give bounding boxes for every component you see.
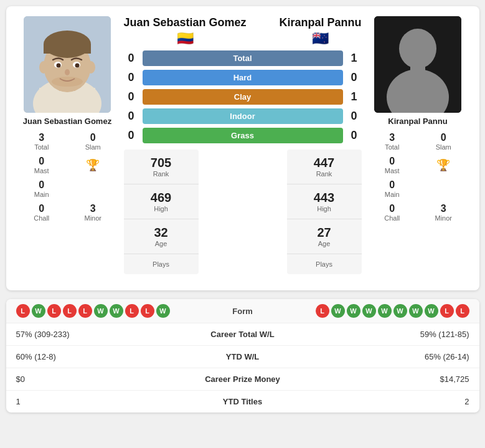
player1-prize: $0	[16, 374, 187, 384]
form-row: LWLLLWWLLW Form LWWWWWWWLL	[6, 299, 479, 323]
p1-grass-score: 0	[124, 129, 139, 142]
player2-plays-item: Plays	[287, 254, 362, 274]
p2-indoor-score: 0	[347, 110, 362, 123]
player1-slam-cell: 0 Slam	[67, 130, 119, 153]
hard-button[interactable]: Hard	[143, 70, 343, 85]
player1-high-value: 469	[129, 191, 194, 205]
player1-total-value: 3	[17, 132, 67, 143]
svg-rect-18	[410, 65, 425, 79]
player1-mast-label: Mast	[17, 167, 67, 174]
player2-name: Kiranpal Pannu	[388, 117, 447, 126]
player2-photo	[374, 16, 461, 113]
player-names-wrapper: Juan Sebastian Gomez 🇨🇴 Kiranpal Pannu 🇳…	[124, 16, 362, 47]
player1-card: Juan Sebastian Gomez 3 Total 0 Slam 0 Ma…	[16, 16, 119, 224]
form-badge-w: W	[347, 304, 360, 318]
svg-point-14	[52, 77, 83, 87]
player2-minor-value: 3	[419, 203, 468, 214]
player2-total-cell: 3 Total	[367, 130, 418, 153]
player1-chall-label: Chall	[17, 214, 67, 222]
p2-grass-score: 0	[347, 129, 362, 142]
player2-career-wl: 59% (121-85)	[299, 330, 469, 339]
player1-name-center-block: Juan Sebastian Gomez 🇨🇴	[124, 16, 247, 47]
player1-name-center: Juan Sebastian Gomez	[124, 16, 247, 29]
player2-ytd-wl: 65% (26-14)	[299, 352, 469, 361]
form-badge-l: L	[16, 304, 30, 318]
player2-total-label: Total	[368, 143, 417, 151]
player2-slam-cell: 0 Slam	[418, 130, 469, 153]
player1-stats-grid2: 0 Mast 🏆 0 Main	[16, 153, 119, 201]
form-badge-w: W	[110, 304, 123, 318]
player2-age-item: 27 Age	[287, 219, 362, 254]
player2-name-center: Kiranpal Pannu	[279, 16, 361, 29]
player1-chall-value: 0	[17, 203, 67, 214]
form-badge-w: W	[32, 304, 45, 318]
player1-plays-label: Plays	[129, 260, 194, 268]
form-badge-l: L	[47, 304, 61, 318]
player1-minor-value: 3	[68, 203, 118, 214]
player2-form-badges: LWWWWWWWLL	[280, 304, 469, 318]
player1-minor-label: Minor	[68, 214, 118, 222]
svg-point-12	[39, 61, 48, 74]
player1-career-wl: 57% (309-233)	[16, 330, 187, 339]
player1-mast-value: 0	[17, 156, 67, 167]
career-wl-label: Career Total W/L	[187, 330, 299, 339]
p1-clay-score: 0	[124, 90, 139, 103]
svg-point-9	[57, 64, 61, 68]
player2-flag: 🇳🇿	[279, 31, 361, 47]
score-rows: 0 Total 1 0 Hard 0 0 Clay 1 0 Indoor	[124, 50, 362, 147]
player2-chall-cell: 0 Chall	[367, 201, 418, 224]
form-badge-l: L	[141, 304, 154, 318]
player2-high-item: 443 High	[287, 184, 362, 219]
form-badge-w: W	[409, 304, 423, 318]
player1-high-label: High	[129, 205, 194, 212]
player1-main-cell: 0 Main	[16, 177, 68, 201]
player1-stats-grid: 3 Total 0 Slam	[16, 130, 119, 153]
form-badge-l: L	[63, 304, 77, 318]
p2-hard-score: 0	[347, 71, 362, 84]
player2-minor-cell: 3 Minor	[418, 201, 469, 224]
grass-button[interactable]: Grass	[143, 128, 343, 143]
player1-photo	[24, 16, 111, 113]
player1-face-svg	[24, 16, 111, 113]
player2-mast-cell: 0 Mast	[367, 153, 418, 177]
player2-card: Kiranpal Pannu 3 Total 0 Slam 0 Mast �	[367, 16, 469, 224]
player1-rank-label: Rank	[129, 170, 194, 178]
player2-total-value: 3	[368, 132, 417, 143]
ytd-titles-label: YTD Titles	[187, 397, 299, 406]
player2-main-cell: 0 Main	[367, 177, 418, 201]
score-row-grass: 0 Grass 0	[124, 128, 362, 143]
form-badge-w: W	[378, 304, 392, 318]
player1-chall-cell: 0 Chall	[16, 201, 68, 224]
trophy-icon-right: 🏆	[436, 158, 450, 172]
form-badge-l: L	[440, 304, 454, 318]
p1-indoor-score: 0	[124, 110, 139, 123]
player1-minor-cell: 3 Minor	[67, 201, 119, 224]
player2-center-stats: 447 Rank 443 High 27 Age Plays	[287, 150, 362, 274]
player1-rank-item: 705 Rank	[124, 150, 199, 184]
player1-high-item: 469 High	[124, 184, 199, 219]
player1-age-item: 32 Age	[124, 219, 199, 254]
player2-silhouette-svg	[374, 16, 461, 113]
ytd-wl-row: 60% (12-8) YTD W/L 65% (26-14)	[6, 346, 479, 368]
player2-chall-label: Chall	[368, 214, 417, 222]
form-badge-w: W	[94, 304, 108, 318]
player2-high-value: 443	[292, 191, 357, 205]
center-section: Juan Sebastian Gomez 🇨🇴 Kiranpal Pannu 🇳…	[124, 16, 362, 274]
player2-mast-label: Mast	[368, 167, 417, 174]
player2-main-label: Main	[368, 191, 417, 198]
player1-total-cell: 3 Total	[16, 130, 68, 153]
player2-stats-grid3: 0 Chall 3 Minor	[367, 201, 469, 224]
player1-slam-label: Slam	[68, 143, 118, 151]
p1-hard-score: 0	[124, 71, 139, 84]
player2-rank-value: 447	[292, 156, 357, 170]
player1-stats-grid3: 0 Chall 3 Minor	[16, 201, 119, 224]
player2-rank-label: Rank	[292, 170, 357, 178]
player1-plays-item: Plays	[124, 254, 199, 274]
player2-chall-value: 0	[368, 203, 417, 214]
stats-table: 57% (309-233) Career Total W/L 59% (121-…	[6, 323, 479, 412]
clay-button[interactable]: Clay	[143, 89, 343, 105]
indoor-button[interactable]: Indoor	[143, 108, 343, 124]
player1-trophy-cell: 🏆	[67, 153, 119, 177]
total-button[interactable]: Total	[143, 50, 343, 66]
player1-form-badges: LWLLLWWLLW	[16, 304, 205, 318]
